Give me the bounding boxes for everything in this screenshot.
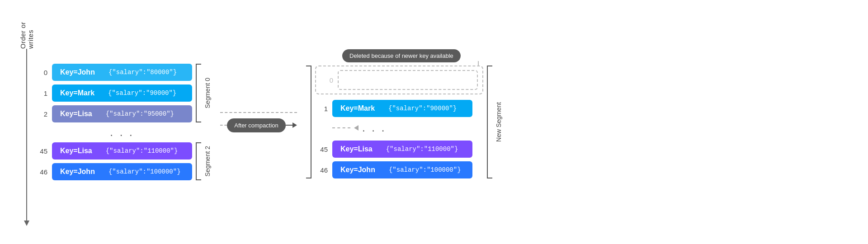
tooltip-arrow-line <box>478 61 479 66</box>
record-box-45: Key=Lisa {"salary":"110000"} <box>52 142 192 160</box>
right-record-45: Key=Lisa {"salary":"110000"} <box>332 141 472 158</box>
segment0-bracket: Segment 0 <box>196 64 211 122</box>
right-record-1: Key=Mark {"salary":"90000"} <box>332 100 472 117</box>
y-axis-arrowhead <box>24 221 29 226</box>
right-dots: . . . <box>315 122 483 134</box>
segment2-group: 45 Key=Lisa {"salary":"110000"} 46 Key=J… <box>35 142 211 180</box>
deleted-placeholder <box>338 70 478 90</box>
deleted-section: Deleted because of newer key available 0 <box>315 66 483 94</box>
new-segment-bracket-left <box>306 66 311 178</box>
right-record-46: Key=John {"salary":"100000"} <box>332 161 472 178</box>
row-45: 45 Key=Lisa {"salary":"110000"} <box>35 142 192 160</box>
compaction-row: After compaction <box>220 118 297 132</box>
middle-section: After compaction <box>216 112 302 132</box>
row-0: 0 Key=John {"salary":"80000"} <box>35 64 192 81</box>
right-row-1: 1 Key=Mark {"salary":"90000"} <box>315 100 483 117</box>
left-panel: 0 Key=John {"salary":"80000"} 1 Key=Mark… <box>35 64 211 180</box>
arrow-right <box>292 122 297 128</box>
segment2-rows: 45 Key=Lisa {"salary":"110000"} 46 Key=J… <box>35 142 192 180</box>
compaction-label: After compaction <box>227 118 286 132</box>
segment2-label: Segment 2 <box>204 146 211 177</box>
right-content: Deleted because of newer key available 0… <box>315 66 483 178</box>
new-segment-bracket-right: New Segment <box>487 66 502 178</box>
right-row-45: 45 Key=Lisa {"salary":"110000"} <box>315 141 483 158</box>
right-row-46: 46 Key=John {"salary":"100000"} <box>315 161 483 178</box>
dots-arrow-left <box>220 112 297 113</box>
record-box-1: Key=Mark {"salary":"90000"} <box>52 84 192 102</box>
row-46: 46 Key=John {"salary":"100000"} <box>35 163 192 180</box>
deleted-row-area: 0 <box>315 66 483 94</box>
row-1: 1 Key=Mark {"salary":"90000"} <box>35 84 192 102</box>
segment0-rows: 0 Key=John {"salary":"80000"} 1 Key=Mark… <box>35 64 192 122</box>
row-2: 2 Key=Lisa {"salary":"95000"} <box>35 105 192 122</box>
y-axis-label: Order or writes <box>19 18 34 49</box>
record-box-2: Key=Lisa {"salary":"95000"} <box>52 105 192 122</box>
deleted-tooltip: Deleted because of newer key available <box>342 49 461 62</box>
record-box-46: Key=John {"salary":"100000"} <box>52 163 192 180</box>
segment2-bracket: Segment 2 <box>196 142 211 180</box>
dots-arrow <box>354 125 359 131</box>
y-axis: Order or writes <box>23 14 30 230</box>
right-panel: Deleted because of newer key available 0… <box>306 66 502 178</box>
new-segment-label: New Segment <box>495 102 502 142</box>
record-box-0: Key=John {"salary":"80000"} <box>52 64 192 81</box>
segment0-label: Segment 0 <box>204 78 211 108</box>
diagram-container: Order or writes 0 Key=John {"salary":"80… <box>23 5 845 239</box>
dots-middle: . . . <box>35 126 211 139</box>
